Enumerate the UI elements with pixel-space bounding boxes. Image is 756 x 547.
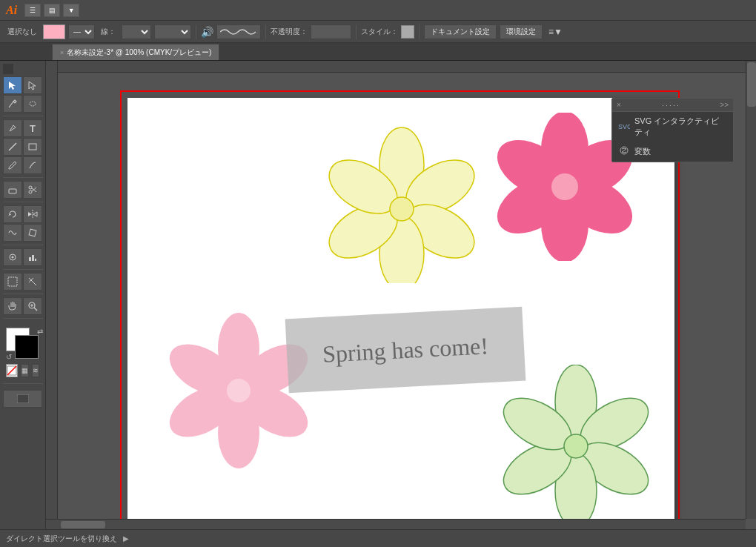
status-bar: ダイレクト選択ツールを切り換え ▶ bbox=[0, 529, 756, 547]
tab-close-icon[interactable]: × bbox=[60, 49, 64, 56]
graph-tool[interactable] bbox=[23, 248, 42, 266]
selection-tool[interactable] bbox=[3, 76, 22, 94]
svg-line-6 bbox=[32, 188, 36, 192]
ruler-corner bbox=[3, 64, 13, 74]
tab-bar: × 名称未設定-3* @ 100% (CMYK/プレビュー) bbox=[0, 43, 756, 61]
opacity-input[interactable]: 100% bbox=[311, 24, 351, 39]
doc-settings-button[interactable]: ドキュメント設定 bbox=[424, 24, 497, 39]
tool-row-8 bbox=[3, 224, 42, 242]
free-transform-tool[interactable] bbox=[23, 224, 42, 242]
zoom-tool[interactable] bbox=[23, 297, 42, 315]
svg-interactivity-item[interactable]: SVG SVG インタラクティビティ bbox=[612, 112, 733, 142]
variables-label: 変数 bbox=[634, 146, 651, 157]
spring-banner: Spring has come! bbox=[285, 307, 526, 394]
reset-icon[interactable]: ↺ bbox=[6, 353, 12, 361]
magic-wand-tool[interactable] bbox=[3, 95, 22, 113]
tool-sep-5 bbox=[3, 269, 43, 270]
misc-icon: ≡▼ bbox=[548, 27, 563, 37]
direct-selection-tool[interactable] bbox=[23, 76, 42, 94]
stroke-style[interactable] bbox=[154, 24, 191, 39]
slice-tool[interactable] bbox=[23, 273, 42, 291]
svg-text:SVG: SVG bbox=[618, 123, 630, 130]
menu-icon-3[interactable]: ▼ bbox=[63, 4, 79, 17]
svg-icon: SVG bbox=[618, 122, 630, 133]
svg-rect-12 bbox=[29, 257, 31, 261]
tool-row-10 bbox=[3, 273, 42, 291]
rotate-tool[interactable] bbox=[3, 205, 22, 223]
title-bar: Ai ☰ ▤ ▼ bbox=[0, 0, 756, 21]
reflect-tool[interactable] bbox=[23, 205, 42, 223]
canvas-document[interactable]: Spring has come! bbox=[120, 90, 680, 529]
vertical-scroll-thumb[interactable] bbox=[747, 62, 756, 107]
control-bar: 選択なし — 線： 🔊 不透明度： 100% スタイル： ドキュメント設定 環境… bbox=[0, 21, 756, 43]
fill-color[interactable] bbox=[43, 24, 65, 39]
document-tab[interactable]: × 名称未設定-3* @ 100% (CMYK/プレビュー) bbox=[52, 44, 219, 60]
svg-rect-14 bbox=[35, 259, 36, 261]
status-arrow-icon[interactable]: ▶ bbox=[123, 534, 129, 543]
no-fill-btn[interactable] bbox=[6, 364, 18, 377]
menu-icon-2[interactable]: ▤ bbox=[44, 4, 60, 17]
svg-line-7 bbox=[32, 188, 36, 191]
tool-row-11 bbox=[3, 297, 42, 315]
pen-tool[interactable] bbox=[3, 119, 22, 137]
svg-rect-13 bbox=[32, 255, 34, 261]
svg-panel-header: × · · · · · >> bbox=[612, 99, 733, 112]
stroke-label: 線： bbox=[98, 27, 119, 37]
hand-tool[interactable] bbox=[3, 297, 22, 315]
variables-item[interactable]: 変数 bbox=[612, 142, 733, 162]
panel-expand-button[interactable]: >> bbox=[720, 101, 729, 109]
style-swatch[interactable] bbox=[401, 25, 414, 39]
screen-mode-btn[interactable] bbox=[3, 390, 42, 408]
scissors-tool[interactable] bbox=[23, 181, 42, 199]
selection-label: 選択なし bbox=[4, 27, 40, 37]
warp-tool[interactable] bbox=[3, 224, 22, 242]
gradient-btn[interactable]: ▦ bbox=[21, 364, 29, 377]
eraser-tool[interactable] bbox=[3, 181, 22, 199]
tool-sep-3 bbox=[3, 202, 43, 202]
horizontal-scroll-thumb[interactable] bbox=[61, 521, 105, 528]
svg-interactivity-label: SVG インタラクティビティ bbox=[634, 116, 727, 138]
svg-rect-9 bbox=[29, 229, 36, 236]
swap-icon[interactable]: ⇄ bbox=[37, 328, 43, 336]
tool-row-7 bbox=[3, 205, 42, 223]
svg-point-5 bbox=[29, 190, 32, 193]
stroke-swatch[interactable] bbox=[15, 335, 39, 359]
svg-rect-3 bbox=[9, 189, 16, 193]
line-tool[interactable] bbox=[3, 138, 22, 156]
vertical-scrollbar[interactable] bbox=[746, 61, 756, 519]
paintbrush-tool[interactable] bbox=[3, 156, 22, 174]
artboard-tool[interactable] bbox=[3, 273, 22, 291]
flower-green-bottom bbox=[498, 365, 654, 528]
menu-icon-1[interactable]: ☰ bbox=[24, 4, 41, 17]
tool-sep-2 bbox=[3, 177, 43, 178]
pencil-tool[interactable] bbox=[23, 156, 42, 174]
svg-point-36 bbox=[551, 173, 578, 200]
rect-tool[interactable] bbox=[23, 138, 42, 156]
canvas-area: Spring has come! × · · · · · >> SVG SVG … bbox=[46, 61, 756, 529]
stroke-weight[interactable] bbox=[122, 24, 151, 39]
tool-row-5 bbox=[3, 156, 42, 174]
pattern-btn[interactable]: ≋ bbox=[32, 364, 39, 377]
ruler-left bbox=[46, 61, 58, 529]
symbol-tool[interactable] bbox=[3, 248, 22, 266]
variables-icon bbox=[618, 145, 630, 158]
tool-sep-4 bbox=[3, 245, 43, 245]
svg-interactivity-panel: × · · · · · >> SVG SVG インタラクティビティ 変数 bbox=[611, 98, 734, 162]
flower-yellow bbox=[328, 120, 476, 283]
canvas-white: Spring has come! bbox=[127, 98, 674, 529]
svg-point-43 bbox=[227, 379, 251, 402]
env-settings-button[interactable]: 環境設定 bbox=[500, 24, 543, 39]
tool-row-6 bbox=[3, 181, 42, 199]
horizontal-scrollbar[interactable] bbox=[46, 519, 746, 529]
sep1 bbox=[196, 24, 196, 39]
lasso-tool[interactable] bbox=[23, 95, 42, 113]
svg-point-50 bbox=[564, 434, 588, 458]
svg-point-29 bbox=[390, 197, 414, 221]
screen-mode-area bbox=[3, 390, 42, 408]
type-tool[interactable]: T bbox=[23, 119, 42, 137]
sep4 bbox=[419, 24, 420, 39]
tool-row-2 bbox=[3, 95, 42, 113]
svg-point-0 bbox=[30, 102, 36, 106]
stroke-select[interactable]: — bbox=[68, 24, 95, 39]
svg-rect-15 bbox=[8, 277, 17, 286]
